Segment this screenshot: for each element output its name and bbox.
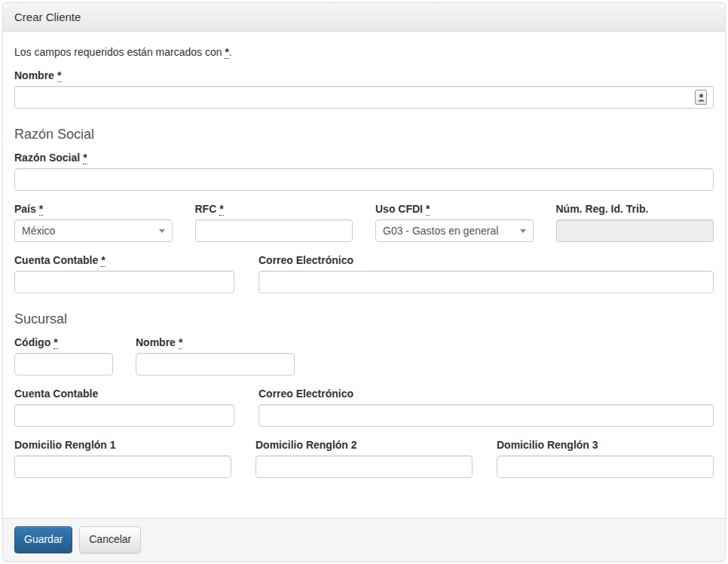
fiscal-row: País* México RFC* Uso CFDI* G03 - Gastos… [14,203,714,242]
domicilio-renglon-2-label: Domicilio Renglón 2 [255,439,473,451]
required-asterisk: * [54,336,57,349]
pais-select[interactable]: México [14,219,173,242]
sucursal-cuenta-correo-row: Cuenta Contable Correo Electrónico [14,388,714,427]
required-asterisk: * [426,203,430,216]
sucursal-section-heading: Sucursal [14,311,714,327]
uso-cfdi-selected-value: G03 - Gastos en general [383,225,498,237]
pais-label: País* [14,203,173,215]
cliente-nombre-label: Nombre* [14,69,714,81]
uso-cfdi-select[interactable]: G03 - Gastos en general [375,219,534,242]
domicilio-renglon-1-group: Domicilio Renglón 1 [14,439,231,478]
domicilio-renglon-1-input[interactable] [14,455,231,478]
required-asterisk: * [219,203,223,216]
domicilio-row: Domicilio Renglón 1 Domicilio Renglón 2 … [14,439,714,478]
spacer [317,336,714,375]
sucursal-cuenta-contable-input[interactable] [14,404,234,427]
razon-social-group: Razón Social* [14,152,714,191]
correo-electronico-group: Correo Electrónico [258,254,714,293]
required-asterisk: * [83,152,87,164]
caret-down-icon [520,229,526,233]
required-asterisk: * [179,336,182,349]
razon-social-label: Razón Social* [14,152,714,164]
razon-social-section-heading: Razón Social [14,127,714,143]
form-body: Los campos requeridos están marcados con… [3,32,725,518]
sucursal-codigo-label: Código* [14,336,113,348]
crear-cliente-panel: Crear Cliente Los campos requeridos está… [2,2,726,562]
num-reg-id-trib-input [556,219,714,242]
required-note: Los campos requeridos están marcados con… [14,46,714,58]
cuenta-contable-input[interactable] [14,271,234,293]
guardar-button[interactable]: Guardar [14,526,72,553]
panel-header: Crear Cliente [3,3,725,32]
required-asterisk: * [39,203,43,216]
panel-title: Crear Cliente [14,11,81,23]
uso-cfdi-label: Uso CFDI* [375,203,534,215]
domicilio-renglon-3-input[interactable] [497,455,714,478]
cliente-nombre-input[interactable] [14,86,714,109]
sucursal-nombre-group: Nombre* [136,336,295,375]
sucursal-codigo-input[interactable] [14,353,113,375]
domicilio-renglon-2-input[interactable] [255,455,473,478]
cuenta-contable-group: Cuenta Contable* [14,254,234,293]
form-footer: Guardar Cancelar [3,518,725,561]
sucursal-codigo-nombre-row: Código* Nombre* [14,336,714,375]
caret-down-icon [159,229,165,233]
cancelar-button[interactable]: Cancelar [79,526,141,553]
domicilio-renglon-3-group: Domicilio Renglón 3 [497,439,714,478]
cuenta-contable-label: Cuenta Contable* [14,254,234,266]
num-reg-id-trib-group: Núm. Reg. Id. Trib. [556,203,714,242]
uso-cfdi-group: Uso CFDI* G03 - Gastos en general [375,203,534,242]
rfc-input[interactable] [195,219,353,242]
sucursal-nombre-input[interactable] [136,353,295,375]
required-asterisk: * [101,254,105,267]
cuenta-correo-row: Cuenta Contable* Correo Electrónico [14,254,714,293]
sucursal-correo-electronico-input[interactable] [258,404,714,427]
rfc-label: RFC* [195,203,353,215]
sucursal-nombre-label: Nombre* [136,336,295,348]
num-reg-id-trib-label: Núm. Reg. Id. Trib. [556,203,714,215]
sucursal-correo-electronico-label: Correo Electrónico [258,388,714,400]
contact-autofill-icon[interactable] [695,90,707,105]
pais-selected-value: México [22,225,55,237]
razon-social-input[interactable] [14,168,714,191]
required-asterisk: * [57,69,61,82]
sucursal-correo-electronico-group: Correo Electrónico [258,388,714,427]
sucursal-cuenta-contable-label: Cuenta Contable [14,388,234,400]
sucursal-codigo-group: Código* [14,336,113,375]
correo-electronico-label: Correo Electrónico [258,254,714,266]
domicilio-renglon-1-label: Domicilio Renglón 1 [14,439,231,451]
sucursal-cuenta-contable-group: Cuenta Contable [14,388,234,427]
correo-electronico-input[interactable] [258,271,714,293]
cliente-nombre-group: Nombre* [14,69,714,109]
pais-group: País* México [14,203,173,242]
domicilio-renglon-2-group: Domicilio Renglón 2 [255,439,473,478]
rfc-group: RFC* [195,203,353,242]
domicilio-renglon-3-label: Domicilio Renglón 3 [497,439,714,451]
